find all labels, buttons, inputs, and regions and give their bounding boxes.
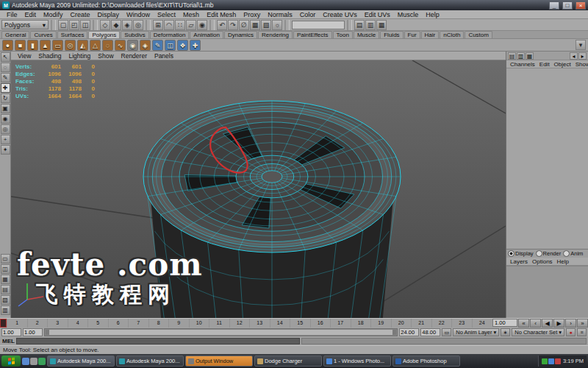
display-tab-icon[interactable]: ▦ <box>526 52 534 60</box>
shelf-tab-general[interactable]: General <box>1 31 29 38</box>
vp-menu-renderer[interactable]: Renderer <box>118 52 151 60</box>
two-pane-layout-icon[interactable]: ◫ <box>1 264 10 274</box>
shelf-tab-polygons[interactable]: Polygons <box>88 31 120 38</box>
single-pane-layout-icon[interactable]: ▭ <box>1 254 10 263</box>
persp-outliner-layout-icon[interactable]: ▤ <box>1 285 10 294</box>
highlight-selection-icon[interactable]: ◎ <box>133 20 143 30</box>
ipr-render-icon[interactable]: ▧ <box>261 20 271 30</box>
universal-manip-icon[interactable]: ◉ <box>1 114 10 124</box>
frame-tick[interactable]: 2 <box>27 319 48 328</box>
sculpt-geometry-icon[interactable]: ✎ <box>152 40 163 51</box>
frame-tick[interactable]: 11 <box>209 319 229 328</box>
shelf-tab-subdivs[interactable]: Subdivs <box>121 31 148 38</box>
maximize-button[interactable]: □ <box>562 1 573 10</box>
mirror-geometry-icon[interactable]: ◫ <box>165 40 176 51</box>
move-tool-icon[interactable]: ✚ <box>1 83 10 93</box>
poly-cylinder-icon[interactable]: ▮ <box>27 40 38 51</box>
frame-tick[interactable]: 4 <box>68 319 88 328</box>
shelf-tab-custom[interactable]: Custom <box>465 31 492 38</box>
taskbar-item-maya-1[interactable]: Autodesk Maya 200... <box>47 355 115 367</box>
render-icon[interactable]: ▦ <box>250 20 260 30</box>
frame-tick[interactable]: 19 <box>370 319 391 328</box>
frame-tick[interactable]: 12 <box>229 319 250 328</box>
frame-tick[interactable]: 3 <box>47 319 68 328</box>
menu-help[interactable]: Help <box>422 11 443 18</box>
menu-color[interactable]: Color <box>296 11 320 18</box>
snap-grid-icon[interactable]: ⊞ <box>153 20 163 30</box>
play-forwards-button[interactable]: ▶ <box>553 319 564 328</box>
status-divider[interactable] <box>51 20 56 30</box>
tool-settings-toggle-icon[interactable]: ▥ <box>365 20 376 30</box>
playback-start-field[interactable] <box>23 328 43 336</box>
menu-proxy[interactable]: Proxy <box>240 11 264 18</box>
status-divider[interactable] <box>284 20 290 30</box>
taskbar-item-dodge-charger[interactable]: Dodge Charger <box>254 355 322 367</box>
poly-cone-icon[interactable]: ▲ <box>40 40 51 51</box>
menu-display[interactable]: Display <box>94 11 123 18</box>
channel-box-tab-icon[interactable]: ▤ <box>508 52 516 60</box>
menu-edit-uvs[interactable]: Edit UVs <box>361 11 394 18</box>
frame-tick[interactable]: 10 <box>189 319 209 328</box>
close-button[interactable]: × <box>576 1 586 10</box>
menu-modify[interactable]: Modify <box>40 11 67 18</box>
poly-soccer-icon[interactable]: ◉ <box>127 40 138 51</box>
open-scene-icon[interactable]: ◰ <box>69 20 79 30</box>
vp-menu-view[interactable]: View <box>14 52 35 60</box>
combine-mesh-icon[interactable]: ✚ <box>190 40 201 51</box>
mel-command-input[interactable] <box>16 338 300 344</box>
vp-menu-shading[interactable]: Shading <box>35 52 65 60</box>
titlebar[interactable]: M Autodesk Maya 2009 Unlimited: D:\Downl… <box>0 0 588 10</box>
status-divider[interactable] <box>347 20 352 30</box>
layer-editor-tab-icon[interactable]: ▥ <box>517 52 525 60</box>
layer-menu-options[interactable]: Options <box>530 258 555 265</box>
menu-normals[interactable]: Normals <box>264 11 296 18</box>
menu-muscle[interactable]: Muscle <box>394 11 423 18</box>
shelf-tab-toon[interactable]: Toon <box>333 31 353 38</box>
poly-pyramid-icon[interactable]: △ <box>90 40 101 51</box>
quicklaunch-icon-1[interactable] <box>22 358 29 365</box>
smooth-mesh-icon[interactable]: ❖ <box>177 40 188 51</box>
layer-list[interactable] <box>506 266 588 318</box>
cb-menu-object[interactable]: Object <box>552 61 573 68</box>
shelf-tab-painteffects[interactable]: PaintEffects <box>293 31 332 38</box>
animation-preferences-icon[interactable]: ≡ <box>577 328 587 336</box>
shelf-tab-curves[interactable]: Curves <box>30 31 56 38</box>
shelf-menu-button[interactable]: ▾ <box>576 40 586 50</box>
layer-menu-help[interactable]: Help <box>555 258 571 265</box>
taskbar-item-windows-photo[interactable]: 1 - Windows Photo... <box>323 355 391 367</box>
history-output-icon[interactable]: ↷ <box>228 20 238 30</box>
select-tool-icon[interactable]: ↖ <box>1 52 10 62</box>
animation-end-field[interactable] <box>420 328 440 336</box>
vp-menu-lighting[interactable]: Lighting <box>65 52 94 60</box>
frame-tick[interactable]: 21 <box>411 319 431 328</box>
save-scene-icon[interactable]: ◫ <box>80 20 90 30</box>
step-forward-button[interactable]: › <box>565 319 576 328</box>
numeric-input-field[interactable] <box>292 21 345 29</box>
range-slider-track[interactable] <box>44 328 398 336</box>
render-settings-icon[interactable]: ☼ <box>272 20 282 30</box>
tray-icon-3[interactable] <box>555 358 561 364</box>
frame-tick[interactable]: 24 <box>472 319 492 328</box>
shelf-tab-muscle[interactable]: Muscle <box>354 31 379 38</box>
scale-tool-icon[interactable]: ▣ <box>1 104 10 113</box>
shelf-tab-hair[interactable]: Hair <box>421 31 440 38</box>
rotate-tool-icon[interactable]: ↻ <box>1 93 10 103</box>
step-back-button[interactable]: ‹ <box>530 319 541 328</box>
shelf-tab-rendering[interactable]: Rendering <box>258 31 293 38</box>
menu-edit-mesh[interactable]: Edit Mesh <box>203 11 240 18</box>
hypershade-layout-icon[interactable]: ▧ <box>1 295 10 305</box>
snap-view-plane-icon[interactable]: ▱ <box>186 20 196 30</box>
start-button[interactable] <box>1 355 21 367</box>
select-component-icon[interactable]: ◈ <box>122 20 132 30</box>
lasso-tool-icon[interactable]: ◌ <box>1 63 10 72</box>
shelf-tab-fur[interactable]: Fur <box>404 31 420 38</box>
last-tool-icon[interactable]: ✦ <box>1 145 10 155</box>
play-backwards-button[interactable]: ◀ <box>542 319 553 328</box>
tray-icon-2[interactable] <box>548 358 554 364</box>
frame-tick[interactable]: 18 <box>351 319 371 328</box>
range-slider-bar[interactable] <box>46 330 396 335</box>
frame-tick[interactable]: 23 <box>451 319 472 328</box>
four-pane-layout-icon[interactable]: ▦ <box>1 275 10 284</box>
menu-edit[interactable]: Edit <box>21 11 40 18</box>
frame-tick[interactable]: 16 <box>310 319 331 328</box>
